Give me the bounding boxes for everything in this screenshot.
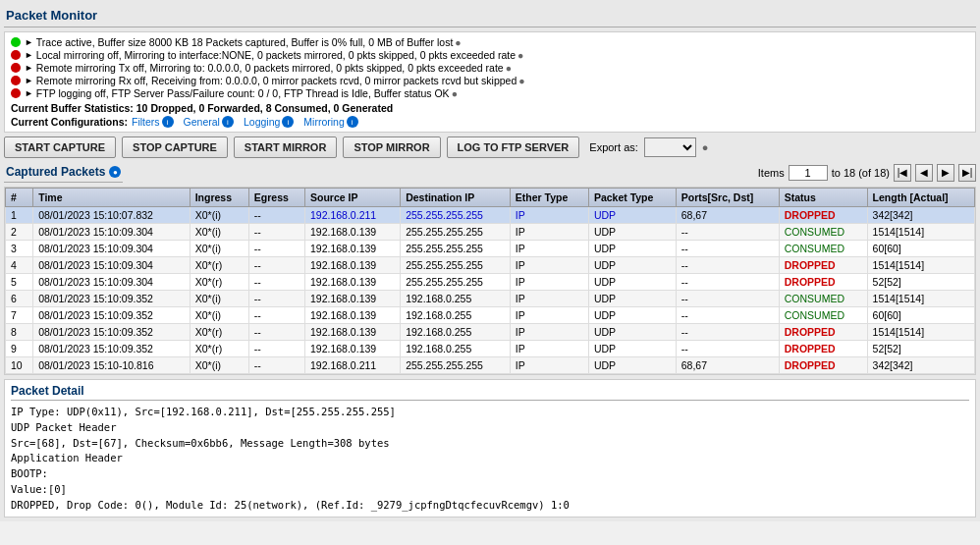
- info-marker-3: ●: [506, 62, 512, 74]
- status-dot-red-2: [11, 50, 21, 60]
- cell-length: 52[52]: [867, 274, 974, 291]
- detail-line: DROPPED, Drop Code: 0(), Module Id: 25(n…: [11, 498, 969, 514]
- cell-length: 60[60]: [867, 241, 974, 257]
- table-row[interactable]: 4 08/01/2023 15:10:09.304 X0*(r) -- 192.…: [6, 257, 975, 274]
- detail-line: Application Header: [11, 451, 969, 466]
- cell-src-ip: 192.168.0.139: [305, 324, 401, 341]
- cell-ingress: X0*(i): [190, 291, 248, 307]
- cell-dst-ip: 192.168.0.255: [401, 324, 511, 341]
- toolbar: START CAPTURE STOP CAPTURE START MIRROR …: [4, 136, 976, 158]
- status-text-5: FTP logging off, FTP Server Pass/Failure…: [36, 87, 450, 99]
- col-time: Time: [33, 189, 191, 207]
- cell-num: 7: [6, 307, 33, 324]
- cell-time: 08/01/2023 15:10:09.304: [33, 224, 191, 241]
- cell-num: 10: [6, 357, 33, 374]
- cell-status: DROPPED: [779, 257, 867, 274]
- cell-time: 08/01/2023 15:10-10.816: [33, 357, 191, 374]
- config-link-mirroring[interactable]: Mirroring i: [303, 116, 357, 128]
- stop-capture-button[interactable]: STOP CAPTURE: [122, 136, 228, 158]
- table-row[interactable]: 10 08/01/2023 15:10-10.816 X0*(i) -- 192…: [6, 357, 975, 374]
- detail-line: Value:[0]: [11, 482, 969, 498]
- start-mirror-button[interactable]: START MIRROR: [234, 136, 338, 158]
- log-to-ftp-button[interactable]: LOG TO FTP SERVER: [447, 136, 580, 158]
- cell-ether: IP: [510, 274, 588, 291]
- cell-length: 1514[1514]: [867, 257, 974, 274]
- config-general-label: General: [184, 116, 220, 128]
- table-row[interactable]: 8 08/01/2023 15:10:09.352 X0*(r) -- 192.…: [6, 324, 975, 341]
- config-link-logging[interactable]: Logging i: [244, 116, 294, 128]
- cell-num: 2: [6, 224, 33, 241]
- cell-time: 08/01/2023 15:10:09.304: [33, 257, 191, 274]
- status-row-4: ► Remote mirroring Rx off, Receiving fro…: [11, 75, 969, 86]
- cell-time: 08/01/2023 15:10:09.304: [33, 241, 191, 257]
- cell-dst-ip: 192.168.0.255: [401, 307, 511, 324]
- start-capture-button[interactable]: START CAPTURE: [4, 136, 116, 158]
- first-page-button[interactable]: |◀: [894, 164, 911, 182]
- cell-ether: IP: [510, 224, 588, 241]
- cell-src-ip: 192.168.0.139: [305, 274, 401, 291]
- info-marker-2: ●: [517, 49, 523, 61]
- export-select[interactable]: CSV TXT: [644, 137, 696, 157]
- page-input[interactable]: [789, 165, 828, 181]
- table-row[interactable]: 1 08/01/2023 15:10:07.832 X0*(i) -- 192.…: [6, 207, 975, 224]
- packets-table: # Time Ingress Egress Source IP Destinat…: [5, 188, 975, 374]
- cell-dst-ip: 255.255.255.255: [401, 257, 511, 274]
- config-logging-label: Logging: [244, 116, 280, 128]
- cell-egress: --: [248, 257, 304, 274]
- status-row-3: ► Remote mirroring Tx off, Mirroring to:…: [11, 62, 969, 74]
- logging-info-icon: i: [282, 116, 294, 128]
- cell-status: DROPPED: [779, 341, 867, 357]
- cell-length: 1514[1514]: [867, 224, 974, 241]
- col-ingress: Ingress: [190, 189, 248, 207]
- cell-time: 08/01/2023 15:10:09.352: [33, 291, 191, 307]
- cell-num: 8: [6, 324, 33, 341]
- cell-length: 1514[1514]: [867, 291, 974, 307]
- cell-packet: UDP: [588, 224, 676, 241]
- cell-egress: --: [248, 324, 304, 341]
- config-links: Filters i General i Logging i Mirroring …: [132, 116, 358, 128]
- cell-time: 08/01/2023 15:10:07.832: [33, 207, 191, 224]
- cell-egress: --: [248, 291, 304, 307]
- table-row[interactable]: 2 08/01/2023 15:10:09.304 X0*(i) -- 192.…: [6, 224, 975, 241]
- table-row[interactable]: 9 08/01/2023 15:10:09.352 X0*(r) -- 192.…: [6, 341, 975, 357]
- packet-detail-content: IP Type: UDP(0x11), Src=[192.168.0.211],…: [11, 405, 969, 513]
- cell-dst-ip: 255.255.255.255: [401, 207, 511, 224]
- cell-dst-ip: 255.255.255.255: [401, 357, 511, 374]
- config-filters-label: Filters: [132, 116, 160, 128]
- table-row[interactable]: 3 08/01/2023 15:10:09.304 X0*(i) -- 192.…: [6, 241, 975, 257]
- cell-status: DROPPED: [779, 274, 867, 291]
- stop-mirror-button[interactable]: STOP MIRROR: [343, 136, 440, 158]
- cell-packet: UDP: [588, 307, 676, 324]
- cell-ingress: X0*(i): [190, 357, 248, 374]
- config-link-filters[interactable]: Filters i: [132, 116, 174, 128]
- last-page-button[interactable]: ▶|: [958, 164, 976, 182]
- table-row[interactable]: 5 08/01/2023 15:10:09.304 X0*(r) -- 192.…: [6, 274, 975, 291]
- captured-packets-info-icon: ●: [109, 166, 121, 178]
- cell-ports: --: [676, 307, 779, 324]
- cell-ports: --: [676, 224, 779, 241]
- cell-egress: --: [248, 357, 304, 374]
- pagination-row: Items to 18 (of 18) |◀ ◀ ▶ ▶|: [758, 164, 976, 182]
- cell-packet: UDP: [588, 357, 676, 374]
- cell-ports: --: [676, 291, 779, 307]
- config-link-general[interactable]: General i: [184, 116, 234, 128]
- col-ether: Ether Type: [510, 189, 588, 207]
- prev-page-button[interactable]: ◀: [915, 164, 933, 182]
- status-dot-red-3: [11, 63, 21, 73]
- cell-ports: 68,67: [676, 207, 779, 224]
- col-dst-ip: Destination IP: [401, 189, 511, 207]
- cell-ingress: X0*(r): [190, 257, 248, 274]
- table-row[interactable]: 7 08/01/2023 15:10:09.352 X0*(i) -- 192.…: [6, 307, 975, 324]
- detail-line: Src=[68], Dst=[67], Checksum=0x6bb6, Mes…: [11, 436, 969, 452]
- cell-status: DROPPED: [779, 357, 867, 374]
- cell-ports: --: [676, 241, 779, 257]
- cell-length: 342[342]: [867, 357, 974, 374]
- cell-ports: --: [676, 257, 779, 274]
- next-page-button[interactable]: ▶: [937, 164, 954, 182]
- status-dot-red-5: [11, 88, 21, 98]
- config-mirroring-label: Mirroring: [303, 116, 344, 128]
- cell-status: DROPPED: [779, 207, 867, 224]
- table-row[interactable]: 6 08/01/2023 15:10:09.352 X0*(i) -- 192.…: [6, 291, 975, 307]
- arrow-icon-3: ►: [25, 63, 33, 73]
- cell-src-ip: 192.168.0.211: [305, 207, 401, 224]
